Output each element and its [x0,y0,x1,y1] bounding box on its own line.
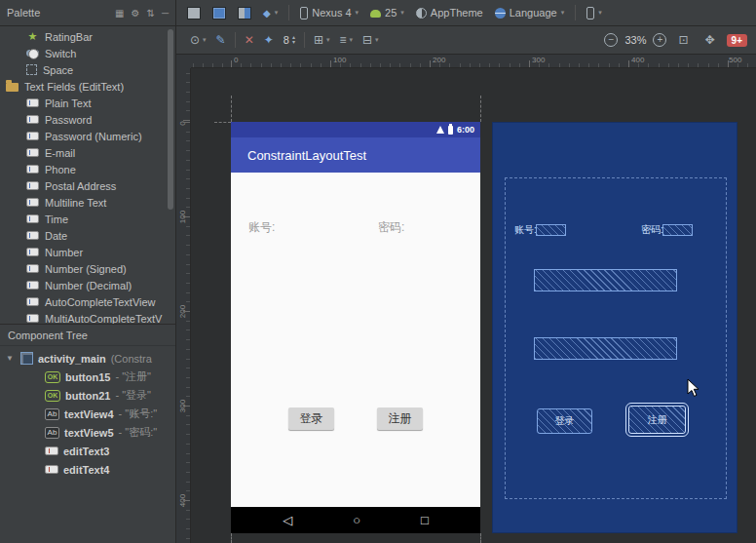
ruler-mark: 100 [333,56,346,64]
both-views-icon [238,7,251,19]
guideline-button[interactable]: ⊟ ▾ [358,30,384,51]
blueprint-password-label[interactable]: 密码: [641,224,663,236]
palette-item-number[interactable]: Number [0,244,175,260]
palette-scrollbar[interactable] [168,29,173,210]
expand-arrow-icon[interactable]: ▼ [6,354,16,363]
error-count-badge[interactable]: 9+ [727,34,747,47]
tree-item-name: button15 [65,371,110,383]
default-margin-button[interactable]: 8 ▴ ▾ [279,30,300,51]
battery-icon [448,126,453,135]
device-orientation-button[interactable]: ▾ [582,3,607,23]
palette-item-date[interactable]: Date [0,227,175,244]
palette-item-autocompletetextview[interactable]: AutoCompleteTextView [0,293,175,310]
ruler-mark: 0 [178,115,187,133]
tree-item-suffix: - "注册" [115,369,151,384]
palette-view-mode-icon[interactable]: ▦ [115,8,124,19]
palette-item-email[interactable]: E-mail [0,144,175,161]
palette-item-label: Time [45,213,68,225]
theme-selector[interactable]: AppTheme [411,3,488,23]
chevron-down-icon: ▾ [598,9,602,17]
palette-item-label: Number (Decimal) [45,280,132,291]
palette-item-space[interactable]: Space [0,61,175,78]
tree-item-activity-main[interactable]: ▼ activity_main (Constra [0,349,175,368]
palette-item-label: Number (Signed) [45,263,127,275]
palette-item-number-signed[interactable]: Number (Signed) [0,260,175,277]
account-label[interactable]: 账号: [248,219,275,236]
pan-button[interactable]: ✥ [700,30,720,51]
clear-constraints-button[interactable]: ✕ [240,30,259,51]
palette-item-ratingbar[interactable]: ★ RatingBar [0,28,175,45]
api-level-selector[interactable]: 25 ▾ [365,3,409,23]
palette-item-phone[interactable]: Phone [0,161,175,177]
palette-item-label: MultiAutoCompleteTextV [45,313,162,325]
palette-item-postal-address[interactable]: Postal Address [0,177,175,194]
view-blueprint-button[interactable] [208,3,231,23]
tree-item-suffix: - "账号:" [119,407,158,421]
ruler-mark: 300 [532,56,545,64]
password-label[interactable]: 密码: [378,219,404,236]
left-panel: ★ RatingBar Switch Space Text Fields (Ed… [0,26,176,543]
infer-constraints-button[interactable]: ✦ [259,30,279,51]
top-toolbar: Palette ▦ ⚙ ⇅ ─ ◆ ▾ Nexus 4 ▾ [0,0,756,26]
zoom-to-fit-button[interactable]: ⊡ [673,30,693,51]
view-design-button[interactable] [182,3,206,23]
minimize-panel-icon[interactable]: ─ [162,8,169,19]
palette-item-multiautocompletetextview[interactable]: MultiAutoCompleteTextV [0,310,175,324]
tree-item-edittext4[interactable]: editText4 [0,460,175,479]
palette-item-multiline-text[interactable]: Multiline Text [0,194,175,211]
register-button[interactable]: 注册 [377,407,423,430]
align-button[interactable]: ≡ ▾ [334,30,358,51]
gear-icon[interactable]: ⚙ [132,8,140,19]
tree-item-suffix: (Constra [111,353,152,365]
zoom-in-button[interactable]: + [653,33,666,47]
tree-item-button21[interactable]: OK button21 - "登录" [0,386,175,405]
tree-item-edittext3[interactable]: editText3 [0,442,175,460]
palette-item-password-numeric[interactable]: Password (Numeric) [0,128,175,144]
palette-category-textfields[interactable]: Text Fields (EditText) [0,78,175,95]
device-selector[interactable]: Nexus 4 ▾ [295,3,363,23]
layout-variant-button[interactable]: ◆ ▾ [258,3,283,23]
blueprint-edittext4[interactable] [534,337,677,360]
tree-item-textview5[interactable]: Ab textView5 - "密码:" [0,423,175,442]
login-button[interactable]: 登录 [288,407,334,430]
tree-item-textview4[interactable]: Ab textView4 - "账号:" [0,405,175,423]
blueprint-login-button[interactable]: 登录 [537,408,592,434]
eye-icon: ⊙ [190,34,200,46]
blueprint-account-label[interactable]: 账号: [514,224,537,236]
design-view[interactable]: 6:00 ConstraintLayoutTest 账号: 密码: 登录 注册 … [231,122,480,533]
palette-item-password[interactable]: Password [0,111,175,128]
tree-item-button15[interactable]: OK button15 - "注册" [0,368,175,386]
design-surface-button[interactable]: ✎ [211,30,231,51]
textfield-icon [26,198,39,207]
status-bar: 6:00 [231,122,480,137]
blueprint-password-box[interactable] [662,224,693,236]
palette-item-plain-text[interactable]: Plain Text [0,95,175,111]
textfield-icon [26,281,39,290]
palette-item-label: Phone [45,164,76,175]
pack-button[interactable]: ⊞ ▾ [309,30,335,51]
guideline-icon: ⊟ [362,34,372,46]
margin-stepper[interactable]: ▴ ▾ [292,35,295,45]
blueprint-edittext3[interactable] [534,269,677,291]
view-options-button[interactable]: ⊙ ▾ [185,30,211,51]
language-selector[interactable]: Language ▾ [490,3,569,23]
blueprint-account-box[interactable] [536,224,566,236]
palette-list: ★ RatingBar Switch Space Text Fields (Ed… [0,26,175,324]
palette-item-switch[interactable]: Switch [0,45,175,61]
textfield-icon [26,297,39,306]
textfield-icon [26,181,39,190]
view-both-button[interactable] [233,3,256,23]
palette-item-number-decimal[interactable]: Number (Decimal) [0,277,175,293]
palette-panel-title: Palette [7,7,40,19]
pack-icon: ⊞ [314,34,323,46]
tree-item-name: textView5 [64,427,114,439]
constraintlayout-icon [20,352,33,365]
guide-line [231,96,232,122]
zoom-out-button[interactable]: − [604,33,618,47]
design-canvas[interactable]: 6:00 ConstraintLayoutTest 账号: 密码: 登录 注册 … [191,68,756,543]
blueprint-view[interactable]: 账号: 密码: 登录 注册 [492,122,737,533]
palette-item-time[interactable]: Time [0,211,175,227]
blueprint-register-button[interactable]: 注册 [628,406,686,434]
sort-icon[interactable]: ⇅ [147,8,155,19]
ruler-mark: 200 [433,56,445,64]
